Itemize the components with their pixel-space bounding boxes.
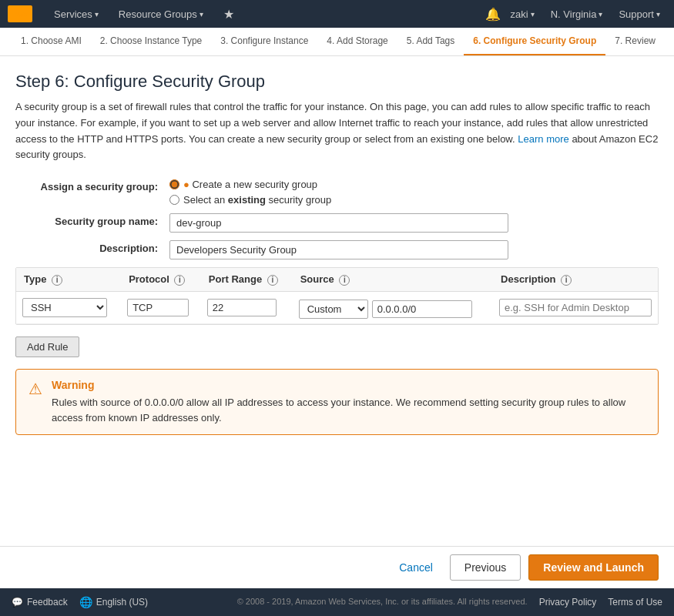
review-and-launch-button[interactable]: Review and Launch (528, 554, 659, 581)
footer-bar: Cancel Previous Review and Launch (0, 546, 674, 588)
globe-icon: 🌐 (79, 596, 92, 608)
table-row: SSH HTTP HTTPS Custom TCP (16, 291, 658, 324)
col-protocol: Protocol i (121, 268, 201, 291)
security-group-name-input[interactable] (169, 213, 508, 233)
wizard-tabs: 1. Choose AMI 2. Choose Instance Type 3.… (0, 28, 674, 56)
description-label: Description: (15, 240, 169, 254)
radio-create-new-input[interactable] (169, 179, 179, 189)
rule-protocol-input[interactable] (127, 299, 189, 316)
table-header-row: Type i Protocol i Port Range i Source i (16, 268, 658, 291)
rule-description-cell (493, 291, 658, 324)
tab-choose-ami[interactable]: 1. Choose AMI (12, 28, 91, 55)
warning-text: Rules with source of 0.0.0.0/0 allow all… (52, 395, 645, 425)
col-description: Description i (493, 268, 658, 291)
services-caret-icon: ▾ (95, 10, 99, 18)
security-group-name-group: Security group name: (15, 213, 659, 233)
security-group-radio-group: ● Create a new security group Select an … (169, 179, 331, 206)
protocol-info-icon[interactable]: i (174, 275, 185, 286)
rule-description-input[interactable] (499, 299, 652, 316)
user-menu[interactable]: zaki ▾ (505, 0, 541, 28)
rule-port-cell (201, 291, 293, 324)
learn-more-link[interactable]: Learn more (518, 133, 568, 145)
cancel-button[interactable]: Cancel (390, 555, 442, 580)
security-group-name-label: Security group name: (15, 213, 169, 227)
col-source: Source i (293, 268, 493, 291)
previous-button[interactable]: Previous (450, 554, 521, 581)
language-item[interactable]: 🌐 English (US) (79, 596, 148, 608)
rule-type-cell: SSH HTTP HTTPS Custom TCP (16, 291, 121, 324)
region-menu[interactable]: N. Virginia ▾ (545, 0, 609, 28)
page-title: Step 6: Configure Security Group (15, 72, 659, 92)
radio-create-new-label: ● Create a new security group (183, 179, 317, 190)
page-description: A security group is a set of firewall ru… (15, 99, 659, 163)
feedback-item[interactable]: 💬 Feedback (12, 597, 68, 608)
resource-groups-caret-icon: ▾ (200, 10, 203, 18)
terms-of-use-link[interactable]: Terms of Use (608, 597, 662, 608)
type-info-icon[interactable]: i (52, 275, 62, 286)
tab-choose-instance[interactable]: 2. Choose Instance Type (91, 28, 212, 55)
warning-title: Warning (52, 379, 645, 391)
description-input[interactable] (169, 240, 508, 259)
chat-icon: 💬 (12, 597, 23, 608)
support-menu[interactable]: Support ▾ (612, 0, 666, 28)
svg-text:aws: aws (11, 9, 27, 18)
warning-content: Warning Rules with source of 0.0.0.0/0 a… (52, 379, 645, 425)
privacy-policy-link[interactable]: Privacy Policy (539, 597, 597, 608)
bottom-bar: 💬 Feedback 🌐 English (US) © 2008 - 2019,… (0, 588, 674, 616)
top-navigation: aws Services ▾ Resource Groups ▾ ★ 🔔 zak… (0, 0, 674, 28)
support-caret-icon: ▾ (656, 10, 660, 18)
rules-table: Type i Protocol i Port Range i Source i (16, 268, 658, 324)
bookmarks-icon[interactable]: ★ (217, 0, 240, 28)
rule-protocol-cell (121, 291, 201, 324)
tab-add-storage[interactable]: 4. Add Storage (317, 28, 397, 55)
col-port-range: Port Range i (201, 268, 293, 291)
tab-configure-instance[interactable]: 3. Configure Instance (211, 28, 317, 55)
tab-add-tags[interactable]: 5. Add Tags (397, 28, 464, 55)
add-rule-button[interactable]: Add Rule (15, 336, 79, 357)
radio-existing-label: Select an existing security group (183, 194, 331, 206)
rules-table-container: Type i Protocol i Port Range i Source i (15, 267, 659, 325)
assign-label: Assign a security group: (15, 179, 169, 192)
source-info-icon[interactable]: i (339, 275, 350, 286)
tab-review[interactable]: 7. Review (605, 28, 665, 55)
assign-security-group-group: Assign a security group: ● Create a new … (15, 179, 659, 206)
warning-icon: ⚠ (29, 380, 42, 398)
aws-logo-icon: aws (8, 5, 32, 22)
description-info-icon[interactable]: i (561, 275, 572, 286)
user-caret-icon: ▾ (531, 10, 535, 18)
tab-configure-security[interactable]: 6. Configure Security Group (464, 28, 605, 55)
resource-groups-menu[interactable]: Resource Groups ▾ (112, 0, 210, 28)
rule-type-select[interactable]: SSH HTTP HTTPS Custom TCP (22, 298, 107, 317)
rule-source-select[interactable]: Custom Anywhere My IP (299, 300, 368, 319)
port-range-info-icon[interactable]: i (267, 275, 278, 286)
services-menu[interactable]: Services ▾ (48, 0, 105, 28)
radio-existing-input[interactable] (169, 195, 179, 205)
main-content: Step 6: Configure Security Group A secur… (0, 56, 674, 546)
rule-port-input[interactable] (207, 299, 277, 316)
rule-source-cell: Custom Anywhere My IP (293, 292, 493, 324)
warning-box: ⚠ Warning Rules with source of 0.0.0.0/0… (15, 369, 659, 435)
col-type: Type i (16, 268, 121, 291)
rule-source-ip-input[interactable] (372, 300, 472, 318)
notifications-icon[interactable]: 🔔 (485, 7, 501, 22)
radio-existing[interactable]: Select an existing security group (169, 194, 331, 206)
radio-create-new[interactable]: ● Create a new security group (169, 179, 331, 190)
description-group: Description: (15, 240, 659, 259)
region-caret-icon: ▾ (599, 10, 602, 18)
aws-logo[interactable]: aws (8, 5, 32, 22)
